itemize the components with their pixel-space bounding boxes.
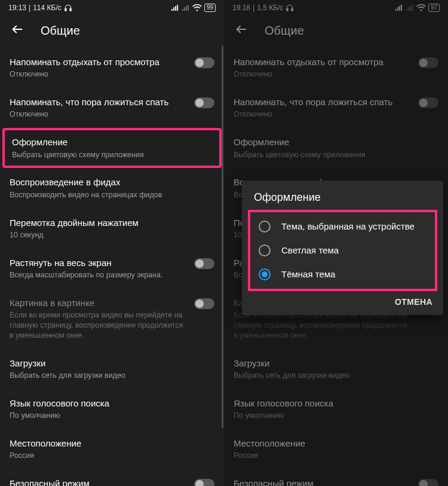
settings-item[interactable]: Напоминать отдыхать от просмотраОтключен… xyxy=(0,48,224,88)
toggle-switch[interactable] xyxy=(194,258,214,269)
settings-item[interactable]: Безопасный режимВ безопасном режиме скры… xyxy=(0,469,224,486)
settings-item-subtitle: 10 секунд xyxy=(234,230,438,240)
settings-item[interactable]: Безопасный режимВ безопасном режиме скры… xyxy=(224,469,448,486)
status-time: 19:13 xyxy=(8,4,26,12)
settings-item[interactable]: Напоминать отдыхать от просмотраОтключен… xyxy=(224,48,448,88)
settings-item-label: Воспроизведение в фидах xyxy=(234,176,438,188)
statusbar: 19:18 | 1,5 КБ/с 97 xyxy=(224,0,448,16)
settings-item-subtitle: Всегда масштабировать по размеру экрана. xyxy=(234,270,411,280)
back-button[interactable] xyxy=(11,23,24,38)
settings-list-left: Напоминать отдыхать от просмотраОтключен… xyxy=(0,45,224,486)
statusbar: 19:13 | 114 КБ/с 99 xyxy=(0,0,224,16)
settings-item-subtitle: По умолчанию xyxy=(234,411,438,421)
screen-right: 19:18 | 1,5 КБ/с 97 Общие Напоминать отд… xyxy=(224,0,448,486)
settings-item[interactable]: Растянуть на весь экранВсегда масштабиро… xyxy=(224,249,448,289)
signal-icon xyxy=(171,4,179,11)
settings-item-label: Местоположение xyxy=(10,438,214,450)
settings-item-subtitle: Россия xyxy=(234,451,438,461)
toggle-switch[interactable] xyxy=(418,97,438,108)
settings-item-subtitle: Всегда масштабировать по размеру экрана. xyxy=(10,270,187,280)
settings-item[interactable]: Перемотка двойным нажатием10 секунд xyxy=(0,209,224,249)
toggle-switch[interactable] xyxy=(418,479,438,486)
settings-item-subtitle: Если во время просмотра видео вы перейде… xyxy=(10,310,187,341)
wifi-icon xyxy=(416,4,426,11)
status-net: 114 КБ/с xyxy=(33,4,62,12)
svg-rect-2 xyxy=(287,8,288,11)
settings-item-label: Язык голосового поиска xyxy=(10,398,214,409)
toggle-switch[interactable] xyxy=(194,298,214,309)
settings-item[interactable]: Воспроизведение в фидахВоспроизводить ви… xyxy=(0,168,224,208)
toggle-switch[interactable] xyxy=(194,97,214,108)
settings-item-label: Напоминать, что пора ложиться спать xyxy=(234,96,411,108)
settings-item-subtitle: Воспроизводить видео на страницах фидов xyxy=(10,190,214,200)
headphones-icon xyxy=(64,4,72,12)
toggle-switch[interactable] xyxy=(418,57,438,68)
settings-item[interactable]: Растянуть на весь экранВсегда масштабиро… xyxy=(0,249,224,289)
settings-item[interactable]: Язык голосового поискаПо умолчанию xyxy=(0,389,224,429)
settings-item-label: Загрузки xyxy=(234,357,438,369)
settings-item-label: Картинка в картинке xyxy=(234,297,411,309)
settings-item-subtitle: Если во время просмотра видео вы перейде… xyxy=(234,310,411,341)
settings-item[interactable]: Язык голосового поискаПо умолчанию xyxy=(224,389,448,429)
battery-icon: 99 xyxy=(204,4,216,12)
settings-item-label: Напоминать отдыхать от просмотра xyxy=(10,56,187,68)
settings-item-subtitle: Выбрать сеть для загрузки видео xyxy=(234,371,438,381)
settings-item-label: Напоминать отдыхать от просмотра xyxy=(234,56,411,68)
screen-left: 19:13 | 114 КБ/с 99 Общие Напоминать отд… xyxy=(0,0,224,486)
settings-item[interactable]: ЗагрузкиВыбрать сеть для загрузки видео xyxy=(0,349,224,389)
settings-item-label: Загрузки xyxy=(10,357,214,369)
settings-item-label: Оформление xyxy=(234,136,438,148)
settings-item[interactable]: МестоположениеРоссия xyxy=(0,429,224,469)
settings-item[interactable]: Картинка в картинкеЕсли во время просмот… xyxy=(0,289,224,349)
page-title: Общие xyxy=(41,24,80,38)
status-net: 1,5 КБ/с xyxy=(257,4,283,12)
titlebar: Общие xyxy=(0,16,224,45)
settings-item-subtitle: Отключено xyxy=(234,109,411,120)
status-sep: | xyxy=(253,4,254,12)
settings-item[interactable]: ЗагрузкиВыбрать сеть для загрузки видео xyxy=(224,349,448,389)
svg-rect-3 xyxy=(291,8,293,11)
headphones-icon xyxy=(286,4,294,12)
settings-item-label: Воспроизведение в фидах xyxy=(10,176,214,188)
settings-item[interactable]: Напоминать, что пора ложиться спатьОтклю… xyxy=(0,88,224,128)
settings-item[interactable]: Перемотка двойным нажатием10 секунд xyxy=(224,209,448,249)
settings-item[interactable]: МестоположениеРоссия xyxy=(224,429,448,469)
settings-item-label: Картинка в картинке xyxy=(10,297,187,309)
settings-item-label: Растянуть на весь экран xyxy=(10,257,187,269)
toggle-switch[interactable] xyxy=(194,57,214,68)
svg-rect-0 xyxy=(65,8,66,11)
toggle-switch[interactable] xyxy=(194,479,214,486)
settings-item-label: Перемотка двойным нажатием xyxy=(10,217,214,229)
settings-item-subtitle: Отключено xyxy=(234,69,411,80)
scrollbar[interactable] xyxy=(222,45,223,428)
settings-item-subtitle: Выбрать сеть для загрузки видео xyxy=(10,371,214,381)
settings-item-label: Напоминать, что пора ложиться спать xyxy=(10,96,187,108)
back-button[interactable] xyxy=(235,23,248,38)
titlebar: Общие xyxy=(224,16,448,45)
settings-item[interactable]: Напоминать, что пора ложиться спатьОтклю… xyxy=(224,88,448,128)
wifi-icon xyxy=(192,4,202,11)
signal-icon xyxy=(395,4,403,11)
settings-item-label: Безопасный режим xyxy=(10,478,187,486)
settings-list-right: Напоминать отдыхать от просмотраОтключен… xyxy=(224,45,448,486)
settings-item-subtitle: Воспроизводить видео на страницах фидов xyxy=(234,190,438,200)
settings-item-subtitle: Отключено xyxy=(10,109,187,120)
status-time: 19:18 xyxy=(232,4,250,12)
page-title: Общие xyxy=(265,24,304,38)
settings-item[interactable]: ОформлениеВыбрать цветовую схему приложе… xyxy=(224,128,448,168)
settings-item-label: Растянуть на весь экран xyxy=(234,257,411,269)
settings-item-label: Местоположение xyxy=(234,438,438,450)
settings-item-label: Перемотка двойным нажатием xyxy=(234,217,438,229)
settings-item[interactable]: Картинка в картинкеЕсли во время просмот… xyxy=(224,289,448,349)
settings-item[interactable]: Воспроизведение в фидахВоспроизводить ви… xyxy=(224,168,448,208)
settings-item-subtitle: Выбрать цветовую схему приложения xyxy=(12,150,212,160)
toggle-switch[interactable] xyxy=(418,298,438,309)
settings-item-subtitle: Выбрать цветовую схему приложения xyxy=(234,150,438,160)
settings-item-subtitle: Отключено xyxy=(10,69,187,80)
settings-item-subtitle: По умолчанию xyxy=(10,411,214,421)
status-sep: | xyxy=(29,4,30,12)
signal2-icon xyxy=(182,4,190,11)
toggle-switch[interactable] xyxy=(418,258,438,269)
settings-item[interactable]: ОформлениеВыбрать цветовую схему приложе… xyxy=(2,128,222,168)
signal2-icon xyxy=(406,4,414,11)
